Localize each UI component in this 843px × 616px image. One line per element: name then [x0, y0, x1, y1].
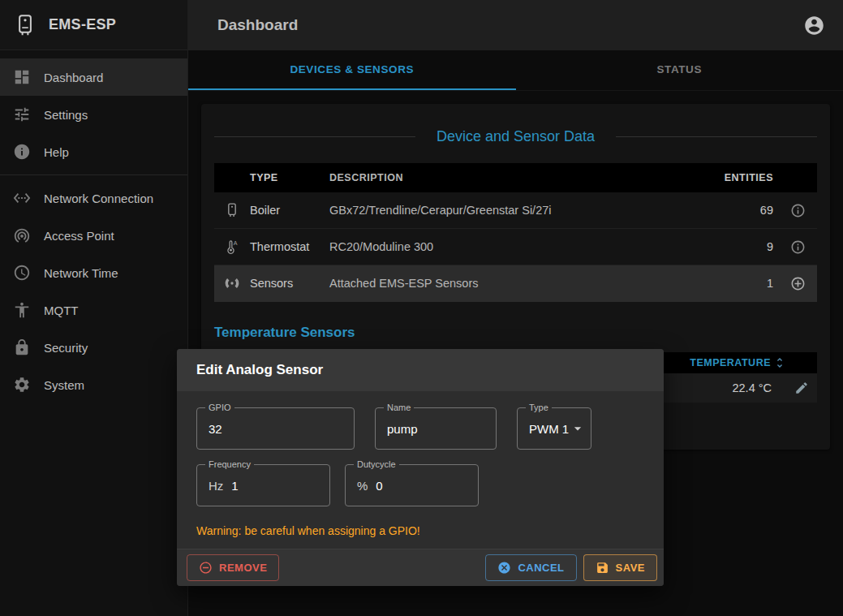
- frequency-unit: Hz: [209, 479, 223, 493]
- remove-circle-icon: [199, 561, 213, 575]
- gpio-warning-text: Warning: be careful when assigning a GPI…: [196, 524, 644, 537]
- dialog-body: GPIO 32 Name pump Type PWM 1 Frequency H…: [177, 391, 664, 549]
- frequency-field[interactable]: Frequency Hz 1: [196, 464, 330, 506]
- gpio-field-label: GPIO: [205, 402, 234, 413]
- save-button[interactable]: SAVE: [583, 554, 657, 581]
- gpio-field-value: 32: [209, 422, 222, 436]
- save-icon: [596, 561, 609, 575]
- frequency-field-label: Frequency: [205, 459, 254, 470]
- name-field[interactable]: Name pump: [375, 407, 497, 450]
- type-select-value: PWM 1: [529, 422, 569, 436]
- name-field-label: Name: [384, 402, 414, 413]
- name-field-value: pump: [387, 422, 418, 436]
- dutycycle-field-label: Dutycycle: [354, 459, 399, 470]
- gpio-field[interactable]: GPIO 32: [196, 407, 355, 450]
- cancel-button-label: CANCEL: [518, 562, 564, 574]
- type-select-label: Type: [526, 402, 552, 413]
- edit-analog-sensor-dialog: Edit Analog Sensor GPIO 32 Name pump Typ…: [177, 349, 664, 586]
- save-button-label: SAVE: [616, 562, 645, 574]
- cancel-icon: [497, 561, 511, 575]
- dialog-footer: REMOVE CANCEL SAVE: [177, 549, 664, 586]
- remove-button-label: REMOVE: [219, 562, 267, 574]
- cancel-button[interactable]: CANCEL: [485, 554, 576, 581]
- remove-button[interactable]: REMOVE: [187, 554, 279, 581]
- dutycycle-field-value: 0: [376, 479, 382, 493]
- dutycycle-field[interactable]: Dutycycle % 0: [345, 464, 479, 506]
- dialog-title: Edit Analog Sensor: [177, 349, 664, 391]
- frequency-field-value: 1: [231, 479, 238, 493]
- dutycycle-unit: %: [357, 479, 368, 493]
- type-select[interactable]: Type PWM 1: [517, 407, 591, 450]
- chevron-down-icon: [570, 420, 586, 437]
